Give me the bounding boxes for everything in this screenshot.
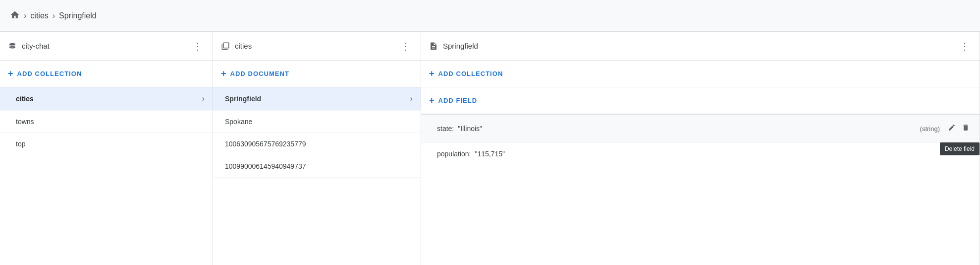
- field-row-state: state: "Illinois" (string) Delete field: [421, 115, 980, 143]
- database-icon: [8, 42, 17, 51]
- delete-icon-state[interactable]: [960, 122, 972, 135]
- list-item-top-text: top: [16, 140, 205, 148]
- field-type-state: (string): [920, 125, 940, 132]
- add-field-label: ADD FIELD: [438, 97, 478, 104]
- col-document: Springfield ⋮ + ADD COLLECTION + ADD FIE…: [421, 32, 980, 265]
- doc-item-springfield[interactable]: Springfield ›: [213, 87, 421, 111]
- col-document-title: Springfield: [443, 42, 953, 50]
- col-database-header: city-chat ⋮: [0, 32, 213, 61]
- col-database-menu[interactable]: ⋮: [191, 38, 205, 54]
- breadcrumb-cities[interactable]: cities: [30, 11, 48, 20]
- col-collection: cities ⋮ + ADD DOCUMENT Springfield › Sp…: [213, 32, 421, 265]
- edit-icon-state[interactable]: [946, 122, 958, 135]
- col-collection-menu[interactable]: ⋮: [399, 38, 413, 54]
- list-item-cities[interactable]: cities ›: [0, 87, 213, 111]
- home-icon[interactable]: [10, 10, 20, 21]
- plus-icon-left: +: [8, 68, 13, 79]
- document-icon: [429, 42, 438, 51]
- field-value-population: "115,715": [475, 150, 505, 158]
- add-collection-button-right[interactable]: + ADD COLLECTION: [421, 61, 980, 87]
- col-right-inner: state: "Illinois" (string) Delete field: [421, 115, 980, 165]
- doc-item-springfield-text: Springfield: [225, 95, 410, 103]
- breadcrumb-springfield[interactable]: Springfield: [59, 11, 97, 20]
- plus-icon-right-field: +: [429, 95, 435, 106]
- list-item-towns[interactable]: towns: [0, 111, 213, 133]
- breadcrumb-separator-1: ›: [24, 11, 26, 20]
- list-item-cities-text: cities: [16, 95, 202, 103]
- col-collection-header: cities ⋮: [213, 32, 421, 61]
- add-collection-label-left: ADD COLLECTION: [17, 70, 82, 77]
- col-database-title: city-chat: [22, 42, 186, 50]
- chevron-right-cities: ›: [202, 94, 205, 103]
- field-value-state: "Illinois": [458, 125, 482, 132]
- doc-item-id1-text: 100630905675769235779: [225, 140, 413, 148]
- field-key-population: population:: [437, 150, 471, 158]
- col-document-menu[interactable]: ⋮: [958, 38, 972, 54]
- add-document-label: ADD DOCUMENT: [230, 70, 289, 77]
- doc-item-id2[interactable]: 100990006145940949737: [213, 155, 421, 178]
- col-database: city-chat ⋮ + ADD COLLECTION cities › to…: [0, 32, 213, 265]
- doc-item-spokane[interactable]: Spokane: [213, 111, 421, 133]
- doc-item-id1[interactable]: 100630905675769235779: [213, 133, 421, 155]
- breadcrumb-separator-2: ›: [53, 11, 55, 20]
- collection-icon: [221, 42, 230, 51]
- chevron-right-springfield: ›: [410, 94, 413, 103]
- breadcrumb-bar: › cities › Springfield: [0, 0, 980, 32]
- add-field-button[interactable]: + ADD FIELD: [421, 87, 980, 114]
- plus-icon-right-collection: +: [429, 68, 435, 79]
- list-item-top[interactable]: top: [0, 133, 213, 155]
- col-collection-title: cities: [235, 42, 394, 50]
- list-item-towns-text: towns: [16, 118, 205, 126]
- add-collection-label-right: ADD COLLECTION: [438, 70, 503, 77]
- field-row-population: population: "115,715": [421, 143, 980, 165]
- add-collection-button-left[interactable]: + ADD COLLECTION: [0, 61, 213, 87]
- col-document-header: Springfield ⋮: [421, 32, 980, 61]
- columns-container: city-chat ⋮ + ADD COLLECTION cities › to…: [0, 32, 980, 265]
- add-actions-group: + ADD COLLECTION + ADD FIELD: [421, 61, 980, 115]
- doc-item-id2-text: 100990006145940949737: [225, 162, 413, 170]
- doc-item-spokane-text: Spokane: [225, 118, 413, 126]
- field-key-state: state:: [437, 125, 454, 132]
- add-document-button[interactable]: + ADD DOCUMENT: [213, 61, 421, 87]
- plus-icon-mid: +: [221, 68, 226, 79]
- delete-field-tooltip: Delete field: [940, 142, 980, 155]
